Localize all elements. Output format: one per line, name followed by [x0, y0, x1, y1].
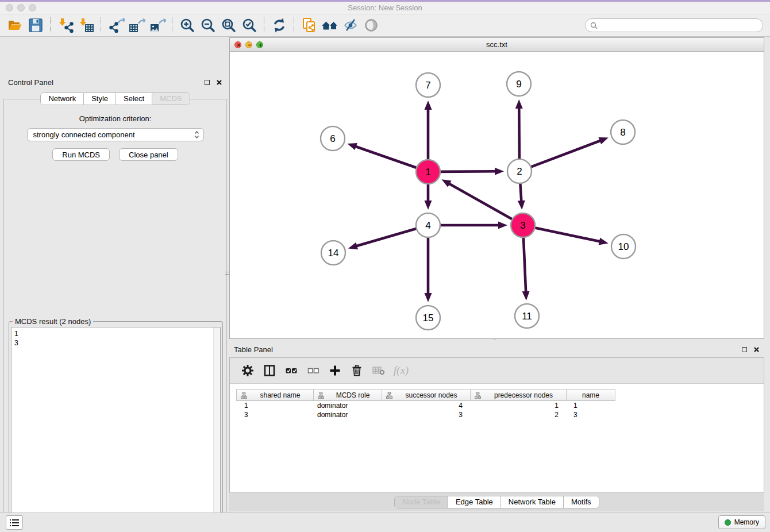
import-table-icon: [78, 17, 95, 34]
graph-edge-2-9[interactable]: [519, 107, 519, 160]
close-panel-icon[interactable]: [216, 79, 222, 86]
graph-node-14[interactable]: 14: [321, 241, 345, 265]
network-view-window: scc.txt 7968124314101511: [229, 37, 764, 339]
zoom-fit-button[interactable]: [218, 16, 239, 35]
search-field[interactable]: [585, 18, 763, 32]
tab-select[interactable]: Select: [116, 93, 152, 105]
export-image-button[interactable]: [147, 16, 168, 35]
open-file-button[interactable]: [5, 16, 25, 35]
gear-icon: [241, 364, 255, 377]
save-icon: [27, 17, 44, 34]
mcds-result-textarea[interactable]: 1 3: [11, 327, 221, 532]
column-header-name[interactable]: name: [567, 390, 615, 400]
memory-status-icon: [725, 519, 731, 526]
network-close-button[interactable]: [234, 41, 241, 48]
cell-shared-name: 3: [236, 411, 314, 419]
graph-edge-3-1[interactable]: [449, 183, 514, 220]
table-row[interactable]: 3 dominator 3 2 3: [236, 410, 615, 419]
graph-node-9[interactable]: 9: [507, 72, 531, 96]
graph-edge-2-3[interactable]: [520, 182, 521, 202]
graph-node-10[interactable]: 10: [611, 234, 636, 259]
table-options-button[interactable]: [239, 362, 256, 379]
table-panel-title: Table Panel: [234, 345, 273, 354]
columns-icon: [263, 364, 276, 377]
graph-node-7[interactable]: 7: [416, 73, 440, 97]
graph-node-6[interactable]: 6: [321, 126, 345, 151]
delete-columns-button[interactable]: [370, 362, 387, 379]
apply-function-button[interactable]: f(x): [392, 362, 409, 379]
add-row-button[interactable]: [326, 362, 344, 379]
cell-mcds-role: dominator: [314, 411, 382, 419]
graph-edge-arrow-1-2: [495, 168, 504, 175]
zoom-in-button[interactable]: [177, 16, 198, 35]
export-network-button[interactable]: [106, 16, 126, 35]
graph-edge-3-11[interactable]: [523, 236, 526, 292]
export-table-button[interactable]: [126, 16, 147, 35]
hide-selected-button[interactable]: [340, 16, 361, 35]
graph-node-8[interactable]: 8: [611, 120, 635, 144]
graph-edge-4-14[interactable]: [356, 228, 417, 246]
memory-button[interactable]: Memory: [718, 515, 765, 529]
close-panel-icon[interactable]: [753, 346, 760, 353]
zoom-selected-button[interactable]: [239, 16, 260, 35]
deselect-all-rows-button[interactable]: [305, 362, 322, 379]
import-network-button[interactable]: [55, 16, 76, 35]
graph-edge-1-6[interactable]: [355, 147, 418, 168]
refresh-view-button[interactable]: [269, 16, 290, 35]
float-panel-icon[interactable]: [205, 80, 210, 85]
select-all-rows-button[interactable]: [283, 362, 300, 379]
open-folder-icon: [6, 17, 24, 34]
graph-edge-arrow-2-8: [598, 137, 608, 144]
graph-edge-3-10[interactable]: [534, 228, 600, 242]
chevron-up-down-icon: [194, 130, 199, 139]
tab-network-table[interactable]: Network Table: [500, 496, 563, 508]
save-session-button[interactable]: [25, 16, 46, 35]
tab-edge-table[interactable]: Edge Table: [448, 496, 500, 508]
delete-rows-button[interactable]: [348, 362, 365, 379]
copy-network-button[interactable]: [299, 16, 319, 35]
copy-network-icon: [301, 17, 318, 34]
tab-mcds[interactable]: MCDS: [152, 93, 189, 105]
tab-motifs[interactable]: Motifs: [563, 496, 599, 508]
close-panel-button[interactable]: Close panel: [119, 148, 178, 161]
run-mcds-button[interactable]: Run MCDS: [52, 148, 110, 161]
show-columns-button[interactable]: [261, 362, 278, 379]
column-header-mcds-role[interactable]: MCDS role: [314, 390, 382, 400]
graph-node-2[interactable]: 2: [507, 159, 532, 183]
criterion-dropdown[interactable]: strongly connected component: [27, 128, 204, 141]
float-panel-icon[interactable]: [742, 347, 747, 352]
control-panel-tabs: Network Style Select MCDS: [3, 92, 227, 105]
tab-style[interactable]: Style: [83, 93, 116, 105]
cell-successor-nodes: 4: [382, 402, 471, 410]
show-all-button[interactable]: [361, 16, 382, 35]
graph-node-3[interactable]: 3: [511, 213, 535, 237]
zoom-in-icon: [179, 17, 196, 34]
graph-node-15[interactable]: 15: [416, 306, 440, 330]
network-canvas[interactable]: 7968124314101511: [230, 52, 764, 339]
network-minimize-button[interactable]: [245, 41, 252, 48]
cell-name: 1: [567, 402, 615, 410]
eye-slash-icon: [342, 17, 359, 34]
graph-edge-1-2[interactable]: [439, 171, 496, 172]
zoom-out-button[interactable]: [198, 16, 218, 35]
graph-node-1[interactable]: 1: [416, 160, 440, 184]
tab-node-table[interactable]: Node Table: [395, 496, 448, 508]
column-header-shared-name[interactable]: shared name: [236, 390, 314, 400]
graph-node-4[interactable]: 4: [416, 213, 440, 237]
graph-edge-2-8[interactable]: [530, 140, 601, 167]
import-table-button[interactable]: [76, 16, 97, 35]
table-row[interactable]: 1 dominator 4 1 1: [236, 401, 615, 410]
table-panel: Table Panel: [229, 343, 764, 511]
task-history-button[interactable]: [6, 515, 23, 530]
search-input[interactable]: [600, 21, 758, 30]
graph-node-11[interactable]: 11: [515, 304, 539, 328]
graph-node-label: 6: [330, 133, 335, 144]
tab-network[interactable]: Network: [41, 93, 83, 105]
toolbar-separator: [101, 17, 102, 33]
first-neighbors-button[interactable]: [319, 16, 340, 35]
result-scrollbar[interactable]: [213, 327, 220, 532]
column-header-predecessor-nodes[interactable]: predecessor nodes: [471, 390, 567, 400]
column-header-successor-nodes[interactable]: successor nodes: [382, 390, 471, 400]
cell-successor-nodes: 3: [382, 411, 471, 419]
network-zoom-button[interactable]: [256, 41, 263, 48]
